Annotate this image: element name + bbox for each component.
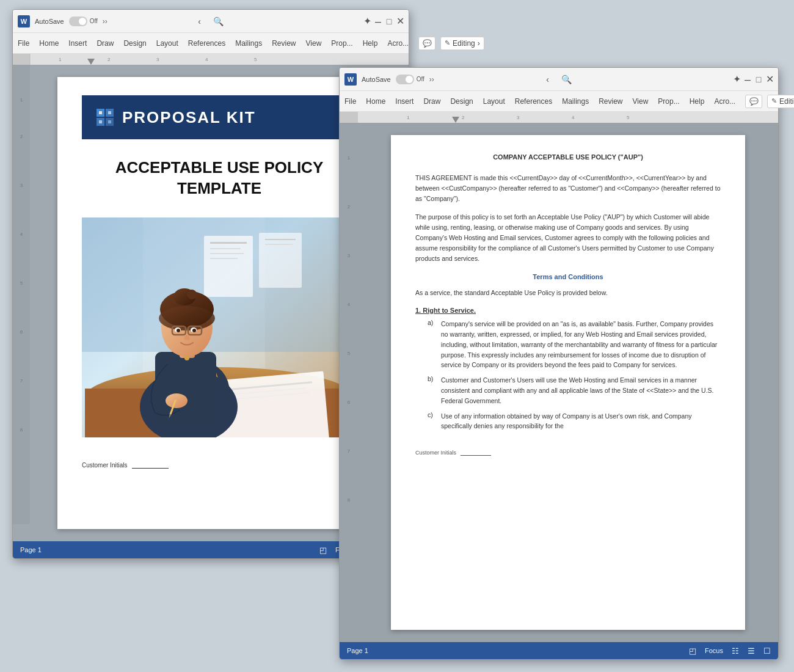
- svg-text:4: 4: [20, 232, 23, 237]
- tab-references-2[interactable]: References: [515, 96, 552, 107]
- tab-properties-1[interactable]: Prop...: [331, 38, 352, 49]
- tab-acrobat-1[interactable]: Acro...: [387, 38, 409, 49]
- word-icon-1: W: [18, 15, 30, 27]
- tab-mailings-2[interactable]: Mailings: [562, 96, 589, 107]
- tab-insert-1[interactable]: Insert: [68, 38, 87, 49]
- svg-point-51: [187, 290, 197, 299]
- status-right-2: ◰ Focus ☷ ☰ ☐: [689, 646, 771, 656]
- toggle-knob-1: [79, 18, 86, 25]
- tab-insert-2[interactable]: Insert: [395, 96, 413, 107]
- svg-text:4: 4: [572, 115, 575, 120]
- word-icon-2: W: [344, 73, 357, 86]
- footer-initials-line: [461, 455, 491, 456]
- title-expand-chevron-2[interactable]: ››: [429, 75, 434, 84]
- svg-text:8: 8: [20, 427, 23, 433]
- status-layout-icon-2[interactable]: ☷: [732, 646, 739, 656]
- doc-para-3: As a service, the standard Acceptable Us…: [415, 288, 721, 298]
- magic-pen-btn-1[interactable]: ✦: [363, 18, 371, 25]
- magic-pen-btn-2[interactable]: ✦: [733, 76, 740, 83]
- svg-text:5: 5: [348, 351, 351, 356]
- svg-text:5: 5: [20, 280, 23, 286]
- svg-rect-35: [259, 233, 302, 288]
- svg-point-57: [177, 329, 180, 332]
- proposal-kit-logo-icon: [94, 106, 116, 128]
- nav-back-2[interactable]: ‹: [546, 75, 549, 84]
- doc-item-c-text: Use of any information obtained by way o…: [441, 411, 721, 432]
- proposal-kit-logo: PROPOSAL KIT: [94, 106, 256, 128]
- cover-header: PROPOSAL KIT: [82, 95, 357, 139]
- status-expand-icon-2[interactable]: ☐: [763, 646, 771, 656]
- status-lines-icon-2[interactable]: ☰: [748, 646, 755, 656]
- svg-text:4: 4: [348, 302, 351, 307]
- title-right-2: ✦ – □ ✕: [666, 76, 774, 83]
- editing-button-1[interactable]: ✎ Editing ›: [440, 37, 484, 50]
- tab-view-1[interactable]: View: [306, 38, 322, 49]
- tab-view-2[interactable]: View: [633, 96, 649, 107]
- tab-file-1[interactable]: File: [18, 38, 29, 49]
- maximize-btn-2[interactable]: □: [755, 76, 762, 83]
- doc-item-b-label: b): [428, 375, 436, 406]
- minimize-btn-2[interactable]: –: [744, 76, 751, 83]
- doc-para-1: THIS AGREEMENT is made this <<CurrentDay…: [415, 173, 721, 203]
- editing-chevron-1: ›: [478, 39, 480, 48]
- autosave-label-2: AutoSave: [362, 76, 391, 83]
- tab-design-1[interactable]: Design: [123, 38, 146, 49]
- comment-button-1[interactable]: 💬: [418, 37, 435, 50]
- tab-layout-1[interactable]: Layout: [156, 38, 178, 49]
- autosave-label-1: AutoSave: [35, 18, 64, 25]
- svg-rect-22: [108, 111, 111, 114]
- svg-rect-32: [210, 248, 241, 249]
- status-page-1: Page 1: [20, 546, 42, 553]
- svg-rect-30: [204, 236, 253, 297]
- title-bar-left-1: W AutoSave Off ››: [18, 15, 114, 27]
- status-immersive-icon-2[interactable]: ◰: [689, 646, 696, 656]
- tab-home-1[interactable]: Home: [39, 38, 59, 49]
- title-bar-1: W AutoSave Off ›› ‹ 🔍 ✦ – □ ✕: [13, 10, 409, 33]
- tab-mailings-1[interactable]: Mailings: [235, 38, 262, 49]
- tab-review-1[interactable]: Review: [272, 38, 296, 49]
- doc-area-2: 1 2 3 4 5 6 7 8 COMPANY ACCEPTABLE USE P…: [340, 123, 778, 642]
- search-btn-1[interactable]: 🔍: [213, 16, 224, 26]
- svg-rect-63: [340, 112, 778, 123]
- toggle-autosave-1[interactable]: Off: [69, 16, 98, 26]
- search-btn-2[interactable]: 🔍: [561, 75, 572, 84]
- word-window-2: W AutoSave Off ›› ‹ 🔍 ✦ – □ ✕ File Home …: [339, 67, 779, 660]
- comment-button-2[interactable]: 💬: [745, 95, 762, 108]
- maximize-btn-1[interactable]: □: [385, 18, 393, 25]
- tab-home-2[interactable]: Home: [366, 96, 385, 107]
- svg-text:1: 1: [407, 115, 410, 120]
- svg-text:1: 1: [348, 155, 351, 161]
- close-btn-1[interactable]: ✕: [396, 18, 404, 25]
- nav-back-1[interactable]: ‹: [198, 16, 201, 26]
- tab-references-1[interactable]: References: [188, 38, 225, 49]
- toggle-track-2: [396, 75, 414, 84]
- minimize-btn-1[interactable]: –: [374, 18, 382, 25]
- close-btn-2[interactable]: ✕: [766, 76, 773, 83]
- cover-title: ACCEPTABLE USE POLICY TEMPLATE: [82, 158, 357, 199]
- title-expand-chevron-1[interactable]: ››: [103, 17, 107, 26]
- tab-file-2[interactable]: File: [344, 96, 356, 107]
- tab-help-1[interactable]: Help: [363, 38, 378, 49]
- status-immersive-icon-1[interactable]: ◰: [319, 546, 327, 555]
- tab-acrobat-2[interactable]: Acro...: [714, 96, 735, 107]
- pencil-icon-1: ✎: [445, 39, 450, 47]
- tab-properties-2[interactable]: Prop...: [658, 96, 679, 107]
- tab-review-2[interactable]: Review: [599, 96, 622, 107]
- doc-section-1-title: 1. Right to Service.: [415, 307, 721, 314]
- tab-layout-2[interactable]: Layout: [483, 96, 505, 107]
- tab-draw-1[interactable]: Draw: [97, 38, 114, 49]
- ruler-1: 1 2 3 4 5: [13, 54, 409, 65]
- tab-help-2[interactable]: Help: [690, 96, 705, 107]
- toggle-autosave-2[interactable]: Off: [396, 75, 424, 84]
- cover-illustration-svg: [82, 217, 357, 437]
- tab-design-2[interactable]: Design: [450, 96, 473, 107]
- status-focus-2[interactable]: Focus: [705, 647, 723, 654]
- svg-text:3: 3: [20, 183, 23, 188]
- editing-button-2[interactable]: ✎ Editing ›: [767, 95, 794, 108]
- tab-draw-2[interactable]: Draw: [423, 96, 440, 107]
- svg-text:2: 2: [462, 115, 465, 120]
- left-margin-ruler-1: 1 2 3 4 5 6 7 8: [13, 65, 30, 524]
- svg-text:5: 5: [254, 57, 257, 62]
- doc-item-a-text: Company's service will be provided on an…: [441, 319, 721, 370]
- svg-text:1: 1: [59, 57, 62, 62]
